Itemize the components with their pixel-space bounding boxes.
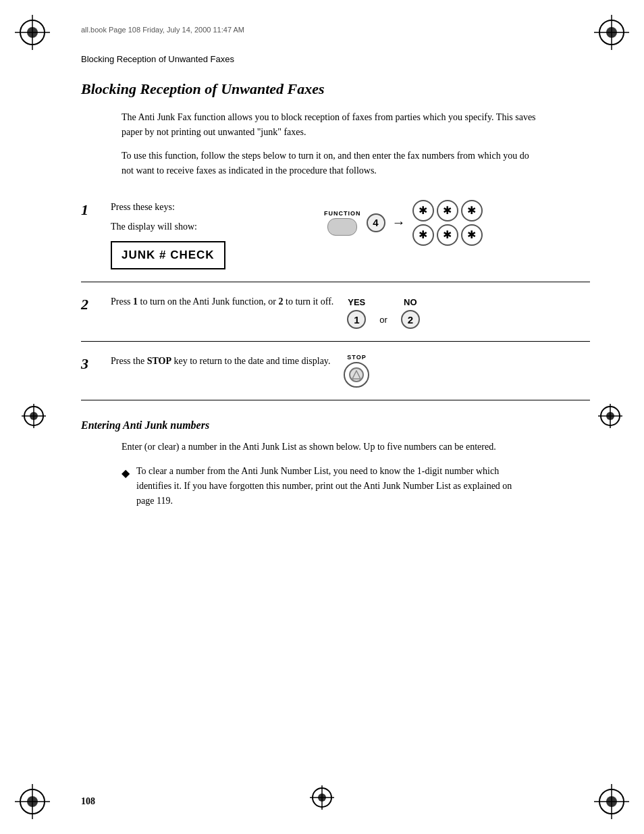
bullet-text-1: To clear a number from the Anti Junk Num… bbox=[136, 464, 527, 508]
bullet-diamond-icon: ◆ bbox=[122, 465, 130, 482]
file-info: all.book Page 108 Friday, July 14, 2000 … bbox=[81, 26, 244, 34]
step-3-bold-stop: STOP bbox=[147, 356, 171, 366]
yes-label: YES bbox=[348, 297, 365, 307]
step-2-part-3: to turn it off. bbox=[284, 296, 334, 307]
stop-container: STOP bbox=[344, 354, 369, 388]
no-key-2: 2 bbox=[401, 310, 420, 329]
star-key-6: ✱ bbox=[461, 224, 483, 246]
step-2-content: Press 1 to turn on the Anti Junk functio… bbox=[111, 294, 333, 309]
step-2-part-2: to turn on the Anti Junk function, or bbox=[138, 296, 278, 307]
step-3-content: Press the STOP key to return to the date… bbox=[111, 354, 330, 369]
side-mark-left bbox=[20, 402, 47, 432]
step-2-part-1: Press bbox=[111, 296, 133, 307]
bullet-list: ◆ To clear a number from the Anti Junk N… bbox=[122, 464, 590, 508]
yes-no-container: YES 1 or NO 2 bbox=[347, 294, 420, 329]
corner-mark-br bbox=[591, 781, 632, 822]
step-3-visual: STOP bbox=[330, 354, 590, 388]
corner-mark-tr bbox=[591, 12, 632, 53]
step-1-number: 1 bbox=[81, 200, 105, 219]
stop-button-inner bbox=[349, 367, 364, 382]
step-1-instruction: Press these keys: bbox=[111, 200, 311, 215]
arrow-right: → bbox=[392, 215, 406, 230]
side-mark-right bbox=[597, 402, 624, 432]
number-4-badge: 4 bbox=[367, 213, 385, 232]
function-oval bbox=[327, 218, 357, 236]
sub-body-text: Enter (or clear) a number in the Anti Ju… bbox=[122, 440, 540, 454]
display-box: JUNK # CHECK bbox=[111, 241, 225, 269]
intro-para-2: To use this function, follow the steps b… bbox=[122, 149, 540, 178]
step-2-number: 2 bbox=[81, 294, 105, 313]
step-3-number: 3 bbox=[81, 354, 105, 373]
or-text: or bbox=[379, 315, 387, 329]
star-key-2: ✱ bbox=[437, 200, 458, 221]
yes-key-1: 1 bbox=[347, 310, 366, 329]
page-number: 108 bbox=[81, 796, 95, 807]
step-1-visual: FUNCTION 4 → ✱ ✱ ✱ ✱ ✱ ✱ bbox=[311, 200, 590, 246]
yes-group: YES 1 bbox=[347, 297, 366, 329]
function-button-group: FUNCTION bbox=[324, 210, 361, 236]
step-2: 2 Press 1 to turn on the Anti Junk funct… bbox=[81, 282, 590, 342]
bullet-item-1: ◆ To clear a number from the Anti Junk N… bbox=[122, 464, 527, 508]
step-2-bold-1: 1 bbox=[133, 296, 138, 307]
intro-para-1: The Anti Junk Fax function allows you to… bbox=[122, 110, 540, 139]
no-label: NO bbox=[404, 297, 417, 307]
bottom-center-mark bbox=[308, 784, 336, 814]
step-2-visual: YES 1 or NO 2 bbox=[333, 294, 590, 329]
sub-section-title: Entering Anti Junk numbers bbox=[81, 419, 590, 432]
star-keys-grid: ✱ ✱ ✱ ✱ ✱ ✱ bbox=[412, 200, 483, 246]
step-1: 1 Press these keys: The display will sho… bbox=[81, 188, 590, 283]
step-1-content: Press these keys: The display will show:… bbox=[111, 200, 311, 270]
breadcrumb: Blocking Reception of Unwanted Faxes bbox=[81, 54, 590, 64]
star-key-4: ✱ bbox=[412, 224, 434, 246]
no-group: NO 2 bbox=[401, 297, 420, 329]
step-1-sub-instruction: The display will show: bbox=[111, 219, 311, 234]
star-key-1: ✱ bbox=[412, 200, 434, 221]
function-label: FUNCTION bbox=[324, 210, 361, 217]
stop-label: STOP bbox=[347, 354, 366, 361]
svg-marker-28 bbox=[352, 371, 360, 379]
star-key-5: ✱ bbox=[437, 224, 458, 246]
step-2-bold-2: 2 bbox=[279, 296, 284, 307]
section-title: Blocking Reception of Unwanted Faxes bbox=[81, 80, 590, 98]
step-3-part-1: Press the bbox=[111, 356, 147, 366]
page-content: Blocking Reception of Unwanted Faxes Blo… bbox=[81, 54, 590, 780]
stop-button bbox=[344, 362, 369, 388]
corner-mark-tl bbox=[12, 12, 53, 53]
step-3: 3 Press the STOP key to return to the da… bbox=[81, 342, 590, 400]
corner-mark-bl bbox=[12, 781, 53, 822]
step-3-part-2: key to return to the date and time displ… bbox=[171, 356, 330, 366]
star-key-3: ✱ bbox=[461, 200, 483, 221]
